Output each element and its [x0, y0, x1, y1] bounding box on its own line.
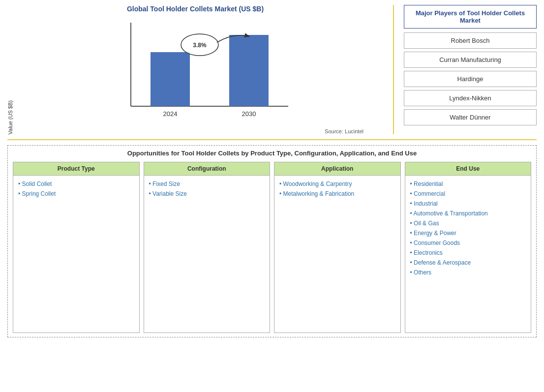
category-header-product-type: Product Type — [13, 162, 140, 176]
y-axis-label: Value (US $B) — [7, 100, 13, 135]
category-header-configuration: Configuration — [144, 162, 271, 176]
bar-2030-label: 2030 — [242, 110, 256, 118]
chart-wrapper: Value (US $B) 2024 2030 — [7, 18, 383, 134]
end-use-item-2: Commercial — [409, 190, 527, 197]
category-body-application: Woodworking & Carpentry Metalworking & F… — [274, 176, 401, 333]
product-type-item-1: Solid Collet — [17, 181, 135, 187]
application-item-1: Woodworking & Carpentry — [278, 181, 396, 187]
bar-2024 — [151, 52, 190, 106]
end-use-item-5: Oil & Gas — [409, 220, 527, 227]
vertical-divider — [393, 5, 394, 134]
configuration-item-2: Variable Size — [148, 190, 266, 197]
category-body-end-use: Residential Commercial Industrial Automo… — [405, 176, 532, 333]
end-use-item-1: Residential — [409, 181, 527, 187]
end-use-item-7: Consumer Goods — [409, 240, 527, 246]
chart-title: Global Tool Holder Collets Market (US $B… — [127, 5, 264, 13]
top-section: Global Tool Holder Collets Market (US $B… — [7, 5, 537, 140]
end-use-item-8: Electronics — [409, 249, 527, 256]
player-item-5: Walter Dünner — [404, 109, 537, 125]
application-item-2: Metalworking & Fabrication — [278, 190, 396, 197]
players-title: Major Players of Tool Holder Collets Mar… — [404, 5, 537, 29]
end-use-item-3: Industrial — [409, 200, 527, 207]
end-use-item-9: Defense & Aerospace — [409, 259, 527, 266]
player-item-3: Hardinge — [404, 71, 537, 87]
chart-svg: 2024 2030 3.8% — [101, 18, 298, 126]
category-col-end-use: End Use Residential Commercial Industria… — [405, 162, 532, 333]
player-item-2: Curran Manufacturing — [404, 52, 537, 68]
player-item-1: Robert Bosch — [404, 32, 537, 49]
opportunities-title: Opportunities for Tool Holder Collets by… — [13, 150, 531, 157]
category-header-end-use: End Use — [405, 162, 532, 176]
annotation-text: 3.8% — [193, 42, 207, 49]
chart-content: 2024 2030 3.8% Source: Luci — [16, 18, 383, 134]
main-container: Global Tool Holder Collets Market (US $B… — [0, 0, 544, 392]
source-text: Source: Lucintel — [325, 128, 363, 134]
category-header-application: Application — [274, 162, 401, 176]
category-body-product-type: Solid Collet Spring Collet — [13, 176, 140, 333]
category-col-application: Application Woodworking & Carpentry Meta… — [274, 162, 401, 333]
bottom-section: Opportunities for Tool Holder Collets by… — [7, 145, 537, 337]
category-col-product-type: Product Type Solid Collet Spring Collet — [13, 162, 140, 333]
category-col-configuration: Configuration Fixed Size Variable Size — [144, 162, 271, 333]
player-item-4: Lyndex-Nikken — [404, 90, 537, 106]
product-type-item-2: Spring Collet — [17, 190, 135, 197]
configuration-item-1: Fixed Size — [148, 181, 266, 187]
end-use-item-6: Energy & Power — [409, 230, 527, 237]
right-panel: Major Players of Tool Holder Collets Mar… — [399, 5, 537, 134]
bar-2030 — [229, 35, 269, 106]
categories-row: Product Type Solid Collet Spring Collet … — [13, 162, 531, 333]
bar-2024-label: 2024 — [163, 110, 177, 118]
chart-area: Global Tool Holder Collets Market (US $B… — [7, 5, 388, 134]
category-body-configuration: Fixed Size Variable Size — [144, 176, 271, 333]
end-use-item-10: Others — [409, 269, 527, 276]
end-use-item-4: Automotive & Transportation — [409, 210, 527, 217]
